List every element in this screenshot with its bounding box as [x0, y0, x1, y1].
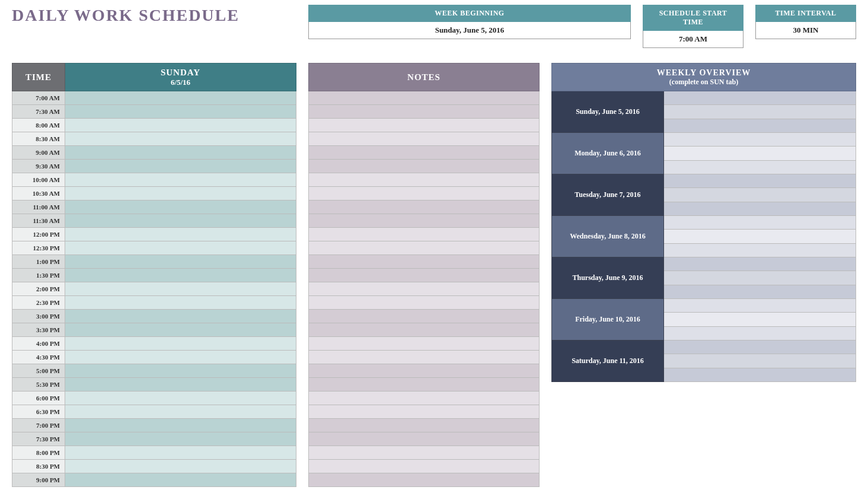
schedule-cell[interactable]	[65, 269, 296, 282]
notes-cell[interactable]	[308, 132, 540, 146]
notes-cell[interactable]	[308, 146, 540, 160]
notes-cell[interactable]	[308, 419, 540, 432]
notes-cell[interactable]	[308, 378, 540, 392]
overview-column: WEEKLY OVERVIEW (complete on SUN tab) Su…	[551, 63, 856, 382]
schedule-cell[interactable]	[65, 255, 296, 269]
overview-cell[interactable]	[664, 341, 856, 354]
overview-cell[interactable]	[664, 354, 856, 368]
schedule-cell[interactable]	[65, 91, 296, 105]
overview-row: Sunday, June 5, 2016	[551, 91, 856, 133]
time-cell: 7:30 AM	[12, 105, 65, 119]
overview-cell[interactable]	[664, 188, 856, 202]
schedule-cell[interactable]	[65, 419, 296, 432]
notes-cell[interactable]	[308, 255, 540, 269]
schedule-cell[interactable]	[65, 473, 296, 487]
notes-cell[interactable]	[308, 405, 540, 419]
overview-subtitle: (complete on SUN tab)	[552, 78, 856, 87]
overview-cell[interactable]	[664, 161, 856, 174]
schedule-row: 2:00 PM	[12, 282, 296, 296]
schedule-cell[interactable]	[65, 160, 296, 173]
notes-cell[interactable]	[308, 173, 540, 187]
overview-cell[interactable]	[664, 133, 856, 147]
overview-cell[interactable]	[664, 271, 856, 285]
overview-cell[interactable]	[664, 299, 856, 313]
overview-cell[interactable]	[664, 202, 856, 216]
overview-cell[interactable]	[664, 368, 856, 382]
notes-cell[interactable]	[308, 446, 540, 460]
schedule-cell[interactable]	[65, 446, 296, 460]
schedule-row: 2:30 PM	[12, 296, 296, 310]
schedule-cell[interactable]	[65, 214, 296, 228]
notes-cell[interactable]	[308, 392, 540, 405]
notes-cell[interactable]	[308, 228, 540, 241]
overview-cell[interactable]	[664, 91, 856, 105]
schedule-row: 12:00 PM	[12, 228, 296, 241]
schedule-cell[interactable]	[65, 351, 296, 364]
schedule-cell[interactable]	[65, 310, 296, 323]
time-cell: 1:00 PM	[12, 255, 65, 269]
schedule-cell[interactable]	[65, 432, 296, 446]
notes-cell[interactable]	[308, 432, 540, 446]
notes-cell[interactable]	[308, 296, 540, 310]
overview-cell[interactable]	[664, 257, 856, 271]
notes-cell[interactable]	[308, 201, 540, 214]
time-cell: 3:00 PM	[12, 310, 65, 323]
time-cell: 8:00 AM	[12, 119, 65, 132]
notes-cell[interactable]	[308, 160, 540, 173]
overview-cell[interactable]	[664, 313, 856, 326]
schedule-cell[interactable]	[65, 132, 296, 146]
time-cell: 6:00 PM	[12, 392, 65, 405]
notes-cell[interactable]	[308, 105, 540, 119]
notes-cell[interactable]	[308, 269, 540, 282]
time-cell: 9:00 PM	[12, 473, 65, 487]
schedule-cell[interactable]	[65, 323, 296, 337]
schedule-cell[interactable]	[65, 228, 296, 241]
overview-cell[interactable]	[664, 216, 856, 230]
schedule-cell[interactable]	[65, 392, 296, 405]
notes-cell[interactable]	[308, 91, 540, 105]
schedule-cell[interactable]	[65, 378, 296, 392]
time-cell: 4:30 PM	[12, 351, 65, 364]
schedule-row: 12:30 PM	[12, 241, 296, 255]
schedule-cell[interactable]	[65, 364, 296, 378]
notes-cell[interactable]	[308, 337, 540, 351]
notes-cell[interactable]	[308, 310, 540, 323]
interval-value[interactable]: 30 MIN	[755, 22, 856, 39]
notes-cell[interactable]	[308, 351, 540, 364]
overview-cell[interactable]	[664, 174, 856, 188]
start-time-value[interactable]: 7:00 AM	[643, 31, 743, 48]
notes-cell[interactable]	[308, 282, 540, 296]
notes-cell[interactable]	[308, 214, 540, 228]
overview-cell[interactable]	[664, 327, 856, 341]
schedule-cell[interactable]	[65, 187, 296, 201]
notes-cell[interactable]	[308, 323, 540, 337]
overview-cell[interactable]	[664, 244, 856, 257]
week-beginning-label: WEEK BEGINNING	[308, 5, 631, 22]
time-cell: 9:30 AM	[12, 160, 65, 173]
schedule-cell[interactable]	[65, 146, 296, 160]
notes-cell[interactable]	[308, 241, 540, 255]
notes-cell[interactable]	[308, 187, 540, 201]
schedule-cell[interactable]	[65, 460, 296, 473]
schedule-cell[interactable]	[65, 337, 296, 351]
schedule-cell[interactable]	[65, 173, 296, 187]
overview-title: WEEKLY OVERVIEW	[552, 68, 856, 78]
week-beginning-box: WEEK BEGINNING Sunday, June 5, 2016	[308, 5, 631, 48]
schedule-cell[interactable]	[65, 241, 296, 255]
overview-cell[interactable]	[664, 230, 856, 243]
schedule-cell[interactable]	[65, 405, 296, 419]
overview-cell[interactable]	[664, 119, 856, 133]
notes-cell[interactable]	[308, 460, 540, 473]
schedule-cell[interactable]	[65, 282, 296, 296]
overview-cell[interactable]	[664, 285, 856, 299]
overview-cell[interactable]	[664, 105, 856, 119]
notes-cell[interactable]	[308, 364, 540, 378]
overview-cell[interactable]	[664, 147, 856, 160]
week-beginning-value[interactable]: Sunday, June 5, 2016	[308, 22, 631, 39]
schedule-cell[interactable]	[65, 119, 296, 132]
schedule-cell[interactable]	[65, 201, 296, 214]
schedule-cell[interactable]	[65, 296, 296, 310]
schedule-cell[interactable]	[65, 105, 296, 119]
notes-cell[interactable]	[308, 119, 540, 132]
notes-cell[interactable]	[308, 473, 540, 487]
